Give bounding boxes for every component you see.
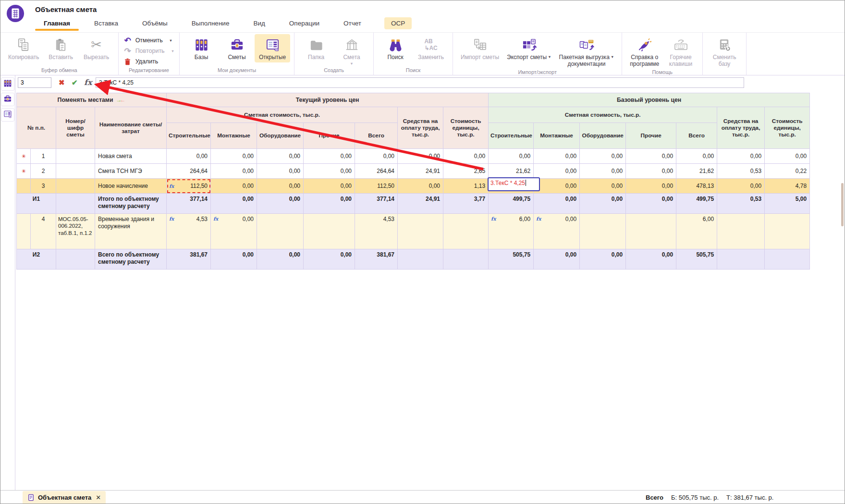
value-cell[interactable]: 505,75	[489, 249, 534, 270]
button-Экспорт сметы[interactable]: Экспорт сметы ▼	[503, 34, 555, 62]
value-cell[interactable]	[717, 214, 765, 249]
value-cell[interactable]: 377,14	[167, 194, 211, 214]
value-cell[interactable]: 4,53	[355, 214, 398, 249]
value-cell[interactable]: 0,00	[580, 164, 626, 179]
button-Повторить[interactable]: ↷Повторить▼	[123, 47, 174, 55]
row-number[interactable]: 3	[31, 179, 56, 194]
value-cell[interactable]	[304, 214, 355, 249]
value-cell[interactable]: 0,00	[398, 149, 443, 164]
row-number[interactable]: 1	[31, 149, 56, 164]
value-cell[interactable]: 21,62	[489, 164, 534, 179]
value-cell[interactable]: 0,00	[580, 249, 626, 270]
cancel-formula-icon[interactable]: ✖	[59, 78, 65, 87]
value-cell[interactable]: 0,00	[534, 249, 580, 270]
button-Папка[interactable]: Папка	[298, 34, 334, 62]
estimate-name-cell[interactable]: Смета ТСН МГЭ	[95, 164, 167, 179]
button-Сменить базу[interactable]: Сменитьбазу	[707, 34, 742, 69]
value-cell[interactable]: 0,00	[355, 149, 398, 164]
button-Вставить[interactable]: Вставить	[43, 34, 79, 62]
value-cell[interactable]: 0,00	[717, 149, 765, 164]
button-Открытые[interactable]: Открытые	[255, 34, 290, 62]
tab-Вид[interactable]: Вид	[252, 17, 266, 29]
value-cell[interactable]: 24,91	[398, 164, 443, 179]
button-Смета[interactable]: Смета▼	[334, 34, 369, 67]
value-cell[interactable]: 0,00	[580, 149, 626, 164]
button-Поиск[interactable]: Поиск	[378, 34, 413, 62]
row-number[interactable]: 2	[31, 164, 56, 179]
button-Отменить[interactable]: ↶Отменить▼	[123, 36, 174, 45]
value-cell[interactable]	[257, 214, 304, 249]
cell-formula-editor[interactable]: 3.ТекС * 4,25	[488, 177, 540, 191]
value-cell[interactable]: 0,00	[257, 164, 304, 179]
value-cell[interactable]: 0,00	[304, 194, 355, 214]
value-cell[interactable]: 0,00	[580, 179, 626, 194]
button-Импорт сметы[interactable]: Импорт сметы	[457, 34, 503, 62]
value-cell[interactable]: 112,50	[355, 179, 398, 194]
tab-Отчет[interactable]: Отчет	[343, 17, 362, 29]
value-cell[interactable]: 381,67	[355, 249, 398, 270]
value-cell[interactable]: 0,00	[304, 149, 355, 164]
value-cell[interactable]: 0,00	[626, 149, 676, 164]
value-cell[interactable]: fx4,53	[167, 214, 211, 249]
value-cell[interactable]: 0,00	[489, 149, 534, 164]
value-cell[interactable]: 0,00	[443, 149, 489, 164]
button-Копировать[interactable]: Копировать	[4, 34, 43, 62]
estimate-code-cell[interactable]	[56, 149, 95, 164]
value-cell[interactable]: 0,00	[211, 194, 257, 214]
value-cell[interactable]: 0,00	[304, 249, 355, 270]
value-cell[interactable]	[443, 214, 489, 249]
sidebar-estimates-mini[interactable]	[1, 93, 14, 106]
confirm-formula-icon[interactable]: ✔	[72, 78, 78, 87]
value-cell[interactable]: 0,00	[211, 164, 257, 179]
button-Горячие клавиши[interactable]: Горячиеклавиши	[663, 34, 698, 69]
value-cell[interactable]: 0,53	[717, 194, 765, 214]
estimate-code-cell[interactable]	[56, 194, 95, 214]
tab-Главная[interactable]: Главная	[43, 17, 71, 29]
estimate-name-cell[interactable]: Итого по объектному сметному расчету	[95, 194, 167, 214]
value-cell[interactable]: 0,00	[304, 179, 355, 194]
value-cell[interactable]: 505,75	[676, 249, 717, 270]
value-cell[interactable]: 0,00	[626, 194, 676, 214]
value-cell[interactable]: 264,64	[355, 164, 398, 179]
value-cell[interactable]: 0,53	[717, 164, 765, 179]
button-Пакетная выгрузка документации[interactable]: Пакетная выгрузка ▼документации	[555, 34, 618, 69]
value-cell[interactable]: fx112,50	[167, 179, 211, 194]
value-cell[interactable]: 0,00	[211, 179, 257, 194]
value-cell[interactable]: 0,00	[398, 179, 443, 194]
value-cell[interactable]: 0,00	[167, 149, 211, 164]
sidebar-bases-mini[interactable]	[1, 77, 14, 91]
value-cell[interactable]: 0,00	[211, 249, 257, 270]
value-cell[interactable]: 0,00	[211, 149, 257, 164]
value-cell[interactable]: 6,00	[676, 214, 717, 249]
cell-reference-input[interactable]	[18, 77, 51, 88]
value-cell[interactable]: fx6,00	[489, 214, 534, 249]
tab-Выполнение[interactable]: Выполнение	[191, 17, 231, 29]
value-cell[interactable]: 499,75	[676, 194, 717, 214]
estimate-code-cell[interactable]: МОС.05.05-006.2022, таб.В.1, п.1.2	[56, 214, 95, 249]
value-cell[interactable]: 24,91	[398, 194, 443, 214]
value-cell[interactable]	[398, 249, 443, 270]
tab-Объёмы[interactable]: Объёмы	[141, 17, 169, 29]
value-cell[interactable]	[398, 214, 443, 249]
button-Справка о программе[interactable]: Справка опрограмме	[626, 34, 663, 69]
tab-Операции[interactable]: Операции	[288, 17, 320, 29]
value-cell[interactable]: 0,00	[257, 249, 304, 270]
sidebar-open-docs-mini[interactable]	[1, 108, 14, 122]
value-cell[interactable]: 0,00	[534, 194, 580, 214]
value-cell[interactable]: 264,64	[167, 164, 211, 179]
value-cell[interactable]: 478,13	[676, 179, 717, 194]
value-cell[interactable]: 0,00	[534, 179, 580, 194]
button-Сметы[interactable]: Сметы	[219, 34, 255, 62]
value-cell[interactable]: 377,14	[355, 194, 398, 214]
tab-ОСР[interactable]: ОСР	[384, 17, 412, 29]
value-cell[interactable]	[443, 249, 489, 270]
value-cell[interactable]: 0,00	[626, 249, 676, 270]
value-cell[interactable]: 1,13	[443, 179, 489, 194]
estimate-name-cell[interactable]: Новая смета	[95, 149, 167, 164]
value-cell[interactable]: 0,00	[676, 149, 717, 164]
tab-Вставка[interactable]: Вставка	[93, 17, 119, 29]
value-cell[interactable]: 0,00	[257, 179, 304, 194]
value-cell[interactable]: 0,00	[765, 149, 810, 164]
document-tab[interactable]: Объектная смета ✕	[23, 491, 106, 504]
dropdown-caret-icon[interactable]: ▼	[350, 61, 353, 66]
